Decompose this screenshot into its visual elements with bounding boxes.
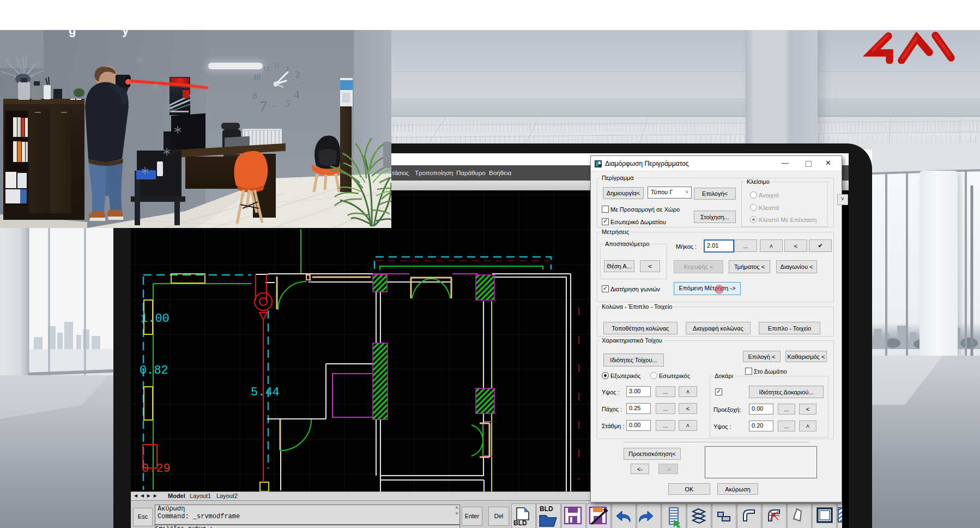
svg-text:4: 4 bbox=[294, 88, 299, 100]
svg-text:2: 2 bbox=[295, 69, 300, 80]
svg-text:1.00: 1.00 bbox=[141, 312, 170, 326]
svg-text:-: - bbox=[250, 80, 252, 88]
svg-text:10: 10 bbox=[253, 73, 261, 81]
svg-text:12: 12 bbox=[274, 62, 280, 68]
svg-text:-: - bbox=[273, 102, 275, 110]
svg-text:BLD: BLD bbox=[513, 519, 527, 527]
svg-text:BLD: BLD bbox=[540, 505, 553, 513]
svg-text:7: 7 bbox=[259, 98, 267, 115]
svg-text:-: - bbox=[301, 79, 303, 86]
svg-text:8: 8 bbox=[252, 91, 257, 101]
svg-text:0.82: 0.82 bbox=[140, 364, 168, 377]
svg-text:11: 11 bbox=[263, 65, 270, 73]
svg-text:5: 5 bbox=[286, 99, 290, 108]
svg-text:5.44: 5.44 bbox=[251, 386, 280, 399]
svg-text:0.29: 0.29 bbox=[142, 462, 171, 476]
